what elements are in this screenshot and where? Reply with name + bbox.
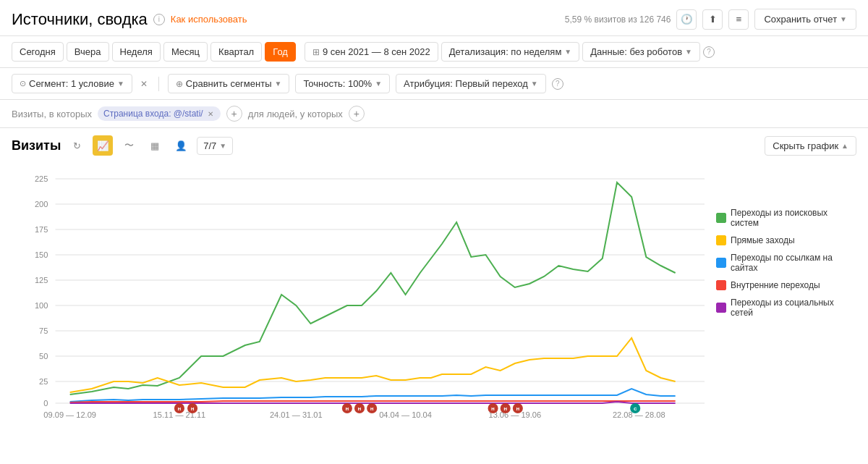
svg-text:150: 150 [35, 250, 48, 259]
chip-text: Страница входа: @/stati/ [103, 109, 203, 119]
legend-label: Прямые заходы [731, 235, 795, 245]
svg-text:225: 225 [35, 174, 48, 183]
metric-title: Визиты [12, 138, 61, 153]
legend-color [716, 303, 726, 313]
legend-item: Прямые заходы [716, 235, 851, 245]
legend-label: Переходы по ссылкам на сайтах [731, 253, 851, 273]
metric-line-btn[interactable]: 📈 [93, 135, 113, 156]
add-condition-button[interactable]: + [226, 106, 242, 122]
accuracy-button[interactable]: Точность: 100% ▼ [295, 74, 390, 93]
main-chart: 225 200 175 150 125 100 75 50 25 0 09.09… [12, 164, 705, 425]
svg-text:175: 175 [35, 225, 48, 234]
condition-chip: Страница входа: @/stati/ ✕ [98, 106, 221, 121]
conditions-row: Визиты, в которых Страница входа: @/stat… [0, 100, 868, 128]
svg-text:09.09 — 12.09: 09.09 — 12.09 [43, 410, 96, 419]
share-button[interactable]: ≡ [728, 9, 749, 30]
svg-text:н: н [370, 405, 374, 412]
hide-chart-button[interactable]: Скрыть график ▲ [765, 136, 856, 156]
conditions-prefix: Визиты, в которых [12, 109, 92, 119]
metrics-left: Визиты ↻ 📈 〜 ▦ 👤 7/7 ▼ [12, 135, 233, 156]
period-week[interactable]: Неделя [112, 42, 161, 62]
chart-area: 225 200 175 150 125 100 75 50 25 0 09.09… [0, 159, 868, 439]
legend-label: Внутренние переходы [731, 280, 820, 290]
chart-container: 225 200 175 150 125 100 75 50 25 0 09.09… [12, 164, 705, 427]
svg-text:н: н [358, 405, 362, 412]
metric-user-btn[interactable]: 👤 [171, 135, 191, 156]
legend-color [716, 280, 726, 290]
legend-color [716, 235, 726, 245]
page-title: Источники, сводка [12, 10, 148, 29]
svg-text:75: 75 [39, 326, 48, 335]
legend-item: Переходы из социальных сетей [716, 298, 851, 318]
svg-text:н: н [191, 405, 195, 412]
attribution-button[interactable]: Атрибуция: Первый переход ▼ [396, 74, 546, 93]
svg-text:н: н [516, 405, 519, 412]
how-to-link[interactable]: Как использовать [171, 14, 247, 25]
filters-row: ⊙ Сегмент: 1 условие ▼ ✕ ⊕ Сравнить сегм… [0, 68, 868, 100]
period-toolbar: Сегодня Вчера Неделя Месяц Квартал Год ⊞… [0, 36, 868, 68]
legend-color [716, 258, 726, 268]
compare-button[interactable]: ⊕ Сравнить сегменты ▼ [168, 74, 290, 93]
legend-item: Переходы по ссылкам на сайтах [716, 253, 851, 273]
segment-icon: ⊙ [20, 79, 26, 88]
accuracy-chevron: ▼ [375, 80, 382, 88]
period-year[interactable]: Год [265, 42, 296, 62]
count-button[interactable]: 7/7 ▼ [197, 137, 233, 155]
period-quarter[interactable]: Квартал [210, 42, 262, 62]
metric-smooth-btn[interactable]: 〜 [119, 135, 139, 156]
svg-text:125: 125 [35, 276, 48, 284]
svg-text:н: н [178, 405, 182, 412]
page-header: Источники, сводка i Как использовать 5,5… [0, 0, 868, 36]
segment-close-button[interactable]: ✕ [138, 78, 150, 90]
data-button[interactable]: Данные: без роботов ▼ [582, 42, 700, 62]
legend-color [716, 213, 726, 223]
svg-text:н: н [345, 405, 349, 412]
chart-legend: Переходы из поисковых систем Прямые захо… [705, 164, 856, 427]
detail-chevron: ▼ [564, 48, 571, 56]
chip-close-button[interactable]: ✕ [206, 109, 215, 118]
segment-button[interactable]: ⊙ Сегмент: 1 условие ▼ [12, 74, 132, 93]
header-left: Источники, сводка i Как использовать [12, 10, 247, 29]
data-chevron: ▼ [685, 48, 692, 56]
metrics-row: Визиты ↻ 📈 〜 ▦ 👤 7/7 ▼ Скрыть график ▲ [0, 128, 868, 159]
divider [158, 77, 159, 91]
detail-button[interactable]: Детализация: по неделям ▼ [441, 42, 580, 62]
compare-chevron: ▼ [275, 80, 282, 88]
date-range-button[interactable]: ⊞ 9 сен 2021 — 8 сен 2022 [305, 42, 438, 62]
metric-refresh-btn[interactable]: ↻ [67, 135, 87, 156]
data-info-icon[interactable]: ? [703, 46, 715, 58]
calendar-icon: ⊞ [312, 47, 320, 57]
svg-text:100: 100 [35, 301, 48, 310]
period-today[interactable]: Сегодня [12, 42, 64, 62]
period-month[interactable]: Месяц [163, 42, 208, 62]
svg-text:24.01 — 31.01: 24.01 — 31.01 [270, 410, 323, 419]
add-people-button[interactable]: + [349, 106, 365, 122]
history-button[interactable]: 🕐 [676, 9, 697, 30]
svg-text:0: 0 [43, 399, 48, 408]
hide-chart-chevron: ▲ [841, 142, 848, 150]
svg-text:200: 200 [35, 200, 48, 208]
svg-text:с: с [634, 405, 637, 412]
legend-label: Переходы из поисковых систем [731, 208, 851, 228]
svg-text:25: 25 [39, 377, 48, 386]
count-chevron: ▼ [219, 142, 226, 150]
svg-text:н: н [491, 405, 495, 412]
attribution-chevron: ▼ [531, 80, 538, 88]
svg-text:н: н [503, 405, 507, 412]
export-button[interactable]: ⬆ [702, 9, 723, 30]
save-report-button[interactable]: Сохранить отчет ▼ [754, 9, 856, 30]
info-icon[interactable]: i [153, 14, 165, 25]
legend-item: Внутренние переходы [716, 280, 851, 290]
metric-bar-btn[interactable]: ▦ [145, 135, 165, 156]
header-right: 5,59 % визитов из 126 746 🕐 ⬆ ≡ Сохранит… [565, 9, 856, 30]
segment-chevron: ▼ [117, 80, 124, 88]
svg-text:50: 50 [39, 352, 48, 360]
conditions-suffix: для людей, у которых [248, 109, 343, 119]
legend-item: Переходы из поисковых систем [716, 208, 851, 228]
save-btn-arrow: ▼ [840, 15, 847, 23]
attribution-info-icon[interactable]: ? [552, 78, 563, 90]
period-yesterday[interactable]: Вчера [67, 42, 109, 62]
svg-text:04.04 — 10.04: 04.04 — 10.04 [379, 410, 432, 419]
compare-icon: ⊕ [176, 79, 183, 89]
stats-text: 5,59 % визитов из 126 746 [565, 14, 671, 25]
